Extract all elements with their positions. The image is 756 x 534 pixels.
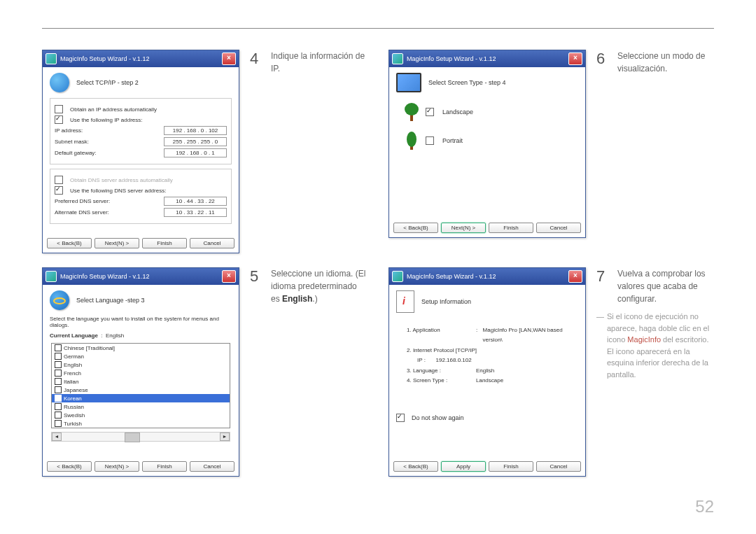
monitor-icon (396, 73, 421, 92)
step-4: MagicInfo Setup Wizard - v.1.12 × Select… (42, 50, 368, 253)
content-grid: MagicInfo Setup Wizard - v.1.12 × Select… (42, 50, 714, 477)
step-number: 5 (250, 267, 264, 305)
scroll-right-icon[interactable]: ► (220, 433, 230, 441)
title: MagicInfo Setup Wizard - v.1.12 (407, 55, 568, 62)
back-button[interactable]: < Back(B) (393, 461, 438, 472)
list-item[interactable]: English (52, 360, 230, 369)
landscape-icon (403, 103, 420, 121)
scrollbar[interactable]: ◄ ► (51, 432, 230, 442)
app-icon (46, 53, 57, 64)
close-icon[interactable]: × (568, 270, 582, 283)
back-button[interactable]: < Back(B) (393, 223, 438, 233)
dialog-header-text: Select Language -step 3 (76, 297, 145, 304)
dialog-language: MagicInfo Setup Wizard - v.1.12 × Select… (42, 267, 239, 477)
close-icon[interactable]: × (222, 270, 236, 283)
title: MagicInfo Setup Wizard - v.1.12 (60, 273, 222, 280)
app-icon (46, 271, 57, 282)
portrait-checkbox[interactable] (426, 136, 434, 145)
scroll-thumb[interactable] (125, 433, 140, 442)
alt-dns-input[interactable]: 10 . 33 . 22 . 11 (164, 208, 227, 217)
globe-icon (50, 73, 69, 92)
obtain-ip-checkbox[interactable] (55, 105, 63, 113)
step-text: Vuelva a comprobar los valores que acaba… (617, 267, 714, 305)
cancel-button[interactable]: Cancel (536, 223, 581, 233)
apply-button[interactable]: Apply (441, 461, 486, 472)
language-listbox[interactable]: Chinese [Traditional]GermanEnglishFrench… (51, 343, 230, 428)
page-number: 52 (695, 497, 714, 505)
list-item[interactable]: Korean (52, 394, 230, 402)
dialog-header-text: Select Screen Type - step 4 (428, 79, 505, 86)
dialog-header-text: Select TCP/IP - step 2 (76, 79, 139, 86)
title: MagicInfo Setup Wizard - v.1.12 (407, 273, 568, 280)
hint-text: Select the language you want to install … (50, 316, 232, 328)
next-button[interactable]: Next(N) > (94, 461, 139, 472)
ip-input[interactable]: 192 . 168 . 0 . 102 (164, 126, 227, 135)
landscape-label: Landscape (442, 108, 473, 115)
landscape-checkbox[interactable] (426, 108, 434, 116)
list-item[interactable]: Japanese (52, 386, 230, 394)
step-text: Seleccione un idioma. (El idioma predete… (271, 267, 368, 305)
pref-dns-input[interactable]: 10 . 44 . 33 . 22 (164, 197, 227, 206)
finish-button[interactable]: Finish (142, 238, 187, 248)
titlebar: MagicInfo Setup Wizard - v.1.12 × (43, 50, 239, 67)
finish-button[interactable]: Finish (489, 461, 533, 472)
dont-show-checkbox[interactable] (396, 414, 405, 422)
step-text: Seleccione un modo de visualización. (617, 50, 714, 75)
globe-icon (50, 290, 69, 310)
app-icon (392, 271, 403, 282)
next-button[interactable]: Next(N) > (94, 238, 139, 248)
portrait-icon (403, 132, 420, 150)
app-icon (392, 53, 403, 64)
obtain-dns-checkbox (55, 176, 63, 184)
list-item[interactable]: Russian (52, 402, 230, 411)
dialog-tcpip: MagicInfo Setup Wizard - v.1.12 × Select… (42, 50, 239, 253)
step-number: 6 (596, 50, 610, 75)
finish-button[interactable]: Finish (142, 461, 187, 472)
cancel-button[interactable]: Cancel (190, 461, 234, 472)
list-item[interactable]: Chinese [Traditional] (52, 344, 230, 352)
next-button[interactable]: Next(N) > (441, 223, 486, 233)
list-item[interactable]: Swedish (52, 411, 230, 419)
portrait-label: Portrait (442, 137, 463, 144)
gateway-input[interactable]: 192 . 168 . 0 . 1 (164, 148, 227, 157)
title: MagicInfo Setup Wizard - v.1.12 (60, 55, 222, 62)
finish-button[interactable]: Finish (489, 223, 533, 233)
close-icon[interactable]: × (568, 52, 582, 65)
dialog-screen-type: MagicInfo Setup Wizard - v.1.12 × Select… (388, 50, 586, 238)
dialog-setup-info: MagicInfo Setup Wizard - v.1.12 × Setup … (388, 267, 586, 477)
step-number: 7 (596, 267, 610, 305)
back-button[interactable]: < Back(B) (47, 238, 92, 248)
list-item[interactable]: Turkish (52, 419, 230, 428)
step-number: 4 (250, 50, 264, 75)
use-dns-checkbox[interactable] (55, 186, 63, 195)
cancel-button[interactable]: Cancel (536, 461, 581, 472)
close-icon[interactable]: × (222, 52, 236, 65)
back-button[interactable]: < Back(B) (47, 461, 92, 472)
list-item[interactable]: Italian (52, 377, 230, 386)
step-6: MagicInfo Setup Wizard - v.1.12 × Select… (388, 50, 714, 253)
dialog-header-text: Setup Information (421, 298, 471, 305)
setup-info-list: 1. Application: MagicInfo Pro [LAN,WAN b… (396, 318, 578, 393)
list-item[interactable]: Chinese [Simplified] (52, 428, 230, 428)
step-5: MagicInfo Setup Wizard - v.1.12 × Select… (42, 267, 368, 477)
page-divider (42, 28, 714, 29)
document-icon (396, 290, 414, 313)
list-item[interactable]: German (52, 352, 230, 360)
scroll-left-icon[interactable]: ◄ (52, 433, 62, 441)
use-ip-checkbox[interactable] (55, 115, 63, 124)
cancel-button[interactable]: Cancel (190, 238, 234, 248)
step-7: MagicInfo Setup Wizard - v.1.12 × Setup … (388, 267, 714, 477)
subnet-input[interactable]: 255 . 255 . 255 . 0 (164, 137, 227, 146)
list-item[interactable]: French (52, 369, 230, 377)
step-text: Indique la información de IP. (271, 50, 368, 75)
note-text: Si el icono de ejecución no aparece, hag… (596, 311, 714, 380)
